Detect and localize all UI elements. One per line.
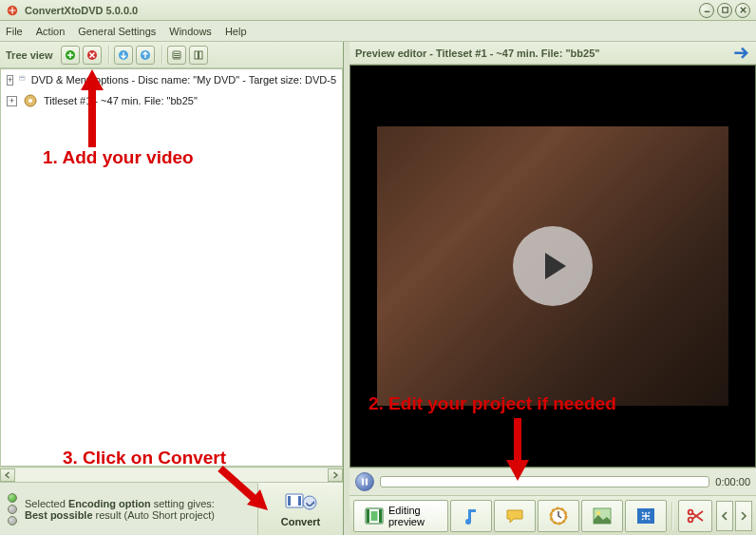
menu-file[interactable]: File — [6, 26, 23, 37]
tab-cut[interactable] — [678, 500, 712, 532]
svg-rect-27 — [379, 509, 382, 523]
play-button[interactable] — [513, 226, 593, 306]
tree-row-label: DVD & Menu options - Disc name: "My DVD"… — [31, 74, 336, 86]
tab-subtitles[interactable] — [494, 500, 536, 532]
svg-rect-20 — [288, 496, 291, 506]
minimize-button[interactable] — [699, 3, 714, 18]
tree-view-label: Tree view — [6, 49, 53, 61]
svg-rect-16 — [20, 78, 24, 79]
svg-rect-28 — [371, 511, 378, 521]
svg-rect-15 — [20, 77, 26, 81]
menu-general-settings[interactable]: General Settings — [78, 26, 156, 37]
tab-chapters[interactable] — [538, 500, 579, 532]
scroll-left-button[interactable] — [0, 468, 15, 482]
svg-rect-21 — [298, 496, 301, 506]
speech-bubble-icon — [504, 506, 525, 526]
close-button[interactable] — [735, 3, 750, 18]
remove-button[interactable] — [83, 46, 102, 65]
tab-editing-preview[interactable]: Editing preview — [353, 500, 448, 532]
picture-icon — [592, 506, 613, 526]
clock-icon — [548, 506, 569, 526]
quality-indicator — [8, 493, 17, 525]
tree-row-label: Titleset #1 - ~47 min. File: "bb25" — [44, 95, 198, 106]
music-note-icon — [461, 506, 482, 526]
tab-audio[interactable] — [450, 500, 492, 532]
convert-icon — [285, 491, 317, 514]
video-preview[interactable] — [350, 65, 756, 468]
move-up-button[interactable] — [136, 46, 155, 65]
svg-point-32 — [596, 510, 600, 514]
svg-point-18 — [28, 99, 32, 103]
scissors-icon — [685, 506, 706, 526]
view-columns-button[interactable] — [189, 46, 208, 65]
view-list-button[interactable] — [167, 46, 186, 65]
playback-progress[interactable] — [380, 476, 709, 487]
app-icon — [6, 4, 19, 17]
expand-toggle[interactable]: + — [7, 75, 13, 86]
convert-button-label: Convert — [281, 516, 321, 527]
project-tree[interactable]: + DVD & Menu options - Disc name: "My DV… — [0, 68, 343, 467]
tree-row-dvd-options[interactable]: + DVD & Menu options - Disc name: "My DV… — [1, 69, 342, 90]
maximize-button[interactable] — [717, 3, 732, 18]
screen-icon — [635, 506, 656, 526]
tab-output[interactable] — [625, 500, 667, 532]
svg-rect-2 — [722, 8, 727, 12]
titleset-icon — [23, 93, 38, 108]
encoding-status: Selected Encoding option setting gives: … — [0, 483, 257, 535]
annotation-1: 1. Add your video — [43, 147, 194, 168]
svg-rect-14 — [198, 51, 202, 59]
cut-next-button[interactable] — [735, 501, 752, 531]
add-button[interactable] — [61, 46, 80, 65]
dvd-icon — [19, 72, 26, 87]
menu-action[interactable]: Action — [36, 26, 66, 37]
scroll-right-button[interactable] — [328, 468, 343, 482]
pause-button[interactable] — [355, 472, 374, 491]
cut-prev-button[interactable] — [716, 501, 733, 531]
svg-rect-24 — [366, 479, 368, 486]
preview-title: Preview editor - Titleset #1 - ~47 min. … — [355, 48, 733, 59]
tree-row-titleset[interactable]: + Titleset #1 - ~47 min. File: "bb25" — [1, 90, 342, 111]
tab-image[interactable] — [581, 500, 623, 532]
convert-button[interactable]: Convert — [257, 483, 343, 535]
film-icon — [364, 506, 385, 526]
expand-toggle[interactable]: + — [7, 96, 17, 106]
tree-horizontal-scrollbar[interactable] — [0, 467, 343, 482]
tab-label: Editing preview — [388, 505, 438, 527]
menu-help[interactable]: Help — [225, 26, 247, 37]
encoding-status-text: Selected Encoding option setting gives: … — [25, 498, 215, 521]
svg-rect-23 — [362, 479, 364, 486]
svg-rect-26 — [367, 509, 369, 523]
preview-next-button[interactable] — [733, 46, 750, 61]
playback-time: 0:00:00 — [715, 476, 750, 487]
svg-rect-13 — [195, 51, 198, 59]
move-down-button[interactable] — [114, 46, 133, 65]
menu-windows[interactable]: Windows — [169, 26, 212, 37]
window-title: ConvertXtoDVD 5.0.0.0 — [25, 5, 699, 16]
